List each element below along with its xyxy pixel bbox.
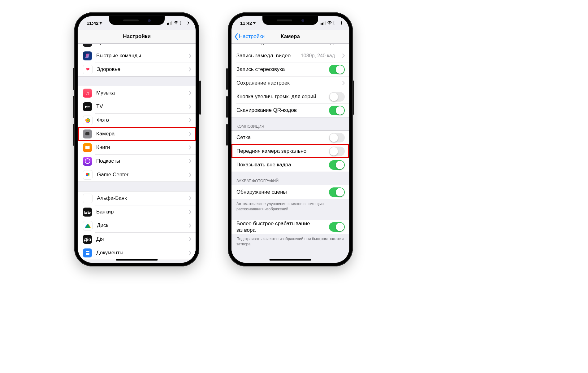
row-label: Фото — [97, 117, 186, 123]
chevron-right-icon — [189, 223, 191, 228]
signal-icon — [321, 21, 326, 25]
row-label: Обнаружение сцены — [236, 189, 326, 195]
home-indicator[interactable] — [270, 259, 311, 261]
notch — [109, 16, 165, 25]
row-mirror-front[interactable]: Передняя камера зеркально — [231, 144, 349, 158]
settings-row-bankir[interactable]: БББанкир — [78, 205, 196, 219]
row-grid[interactable]: Сетка — [231, 131, 349, 144]
section-header: КОМПОЗИЦИЯ — [231, 117, 349, 130]
row-preserve[interactable]: Сохранение настроек — [231, 76, 349, 90]
chevron-right-icon — [189, 237, 191, 241]
settings-row-books[interactable]: Книги — [78, 141, 196, 154]
back-label: Настройки — [239, 33, 265, 40]
settings-row-camera[interactable]: Камера — [78, 127, 196, 141]
toggle-switch[interactable] — [329, 222, 345, 232]
photos-icon — [83, 116, 93, 125]
row-label: Показывать вне кадра — [236, 162, 326, 168]
signal-icon — [167, 21, 172, 25]
settings-group: РулеткаБыстрые командыЗдоровье — [78, 43, 196, 77]
row-label: Подкасты — [96, 158, 186, 164]
health-icon — [83, 65, 93, 74]
row-label: Сохранение настроек — [236, 80, 340, 86]
settings-row-tv[interactable]: TV — [78, 100, 196, 113]
row-label: Диск — [97, 222, 186, 229]
toggle-switch[interactable] — [329, 133, 345, 143]
toggle-switch[interactable] — [329, 106, 345, 115]
docs-icon — [83, 248, 92, 257]
row-label: Альфа-Банк — [97, 195, 186, 201]
chevron-right-icon — [189, 91, 191, 95]
row-scene-detect[interactable]: Обнаружение сцены — [231, 185, 349, 199]
phone-right-screen: 11:42 ➤ Настройки Камера Запись видео4K,… — [231, 16, 349, 263]
chevron-right-icon — [342, 81, 345, 85]
navbar-camera: Настройки Камера — [231, 30, 349, 44]
toggle-switch[interactable] — [329, 147, 345, 156]
row-qr[interactable]: Сканирование QR-кодов — [231, 103, 349, 117]
settings-row-health[interactable]: Здоровье — [78, 63, 196, 76]
row-label: Музыка — [96, 90, 186, 96]
gc-icon — [83, 170, 93, 180]
toggle-switch[interactable] — [329, 65, 345, 74]
tv-icon — [83, 102, 92, 111]
settings-row-podcasts[interactable]: Подкасты — [78, 154, 196, 168]
row-burst-vol[interactable]: Кнопка увелич. громк. для серий — [231, 90, 349, 103]
row-label: Более быстрое срабатывание затвора — [236, 221, 326, 233]
row-stereo[interactable]: Запись стереозвука — [231, 63, 349, 76]
chevron-right-icon — [342, 54, 345, 58]
row-detail: 1080p, 240 кад… — [301, 53, 340, 59]
settings-row-shortcuts[interactable]: Быстрые команды — [78, 49, 196, 63]
camera-icon — [83, 129, 92, 138]
row-faster-shutter[interactable]: Более быстрое срабатывание затвора — [231, 220, 349, 234]
row-label: Банкир — [96, 209, 186, 215]
row-label: Сканирование QR-кодов — [236, 107, 326, 113]
toggle-switch[interactable] — [329, 92, 345, 102]
chevron-right-icon — [189, 196, 191, 200]
chevron-right-icon — [189, 173, 191, 177]
chevron-right-icon — [189, 118, 191, 122]
settings-row-music[interactable]: Музыка — [78, 86, 196, 100]
settings-row-diia[interactable]: ДіяДія — [78, 232, 196, 246]
row-slowmo[interactable]: Запись замедл. видео1080p, 240 кад… — [231, 49, 349, 63]
toggle-switch[interactable] — [329, 187, 345, 197]
settings-group: AАльфа-БанкБББанкирДискДіяДіяДокументы — [78, 191, 196, 260]
row-record-video[interactable]: Запись видео4K, 30 кадр/с — [231, 43, 349, 49]
alfa-icon: A — [83, 194, 93, 203]
podcasts-icon — [83, 157, 92, 166]
section-footer: Подстраивать качество изображений при бы… — [231, 234, 349, 248]
status-time: 11:42 — [87, 20, 98, 26]
chevron-right-icon — [189, 210, 191, 214]
row-outside-frame[interactable]: Показывать вне кадра — [231, 158, 349, 172]
phone-right-frame: 11:42 ➤ Настройки Камера Запись видео4K,… — [228, 12, 353, 266]
phone-left-screen: 11:42 ➤ Настройки РулеткаБыстрые команды… — [78, 16, 196, 263]
chevron-right-icon — [189, 251, 191, 255]
measure-icon — [83, 43, 92, 47]
toggle-switch[interactable] — [329, 160, 345, 170]
settings-row-ruletka[interactable]: Рулетка — [78, 43, 196, 49]
location-icon: ➤ — [253, 20, 257, 25]
location-icon: ➤ — [99, 20, 103, 25]
row-label: Здоровье — [97, 66, 186, 72]
books-icon — [83, 143, 92, 152]
settings-row-gamecenter[interactable]: Game Center — [78, 168, 196, 182]
settings-group: МузыкаTVФотоКамераКнигиПодкастыGame Cent… — [78, 86, 196, 182]
settings-row-drive[interactable]: Диск — [78, 219, 196, 232]
home-indicator[interactable] — [116, 259, 158, 261]
row-label: Запись замедл. видео — [236, 53, 298, 59]
row-label: Запись стереозвука — [236, 66, 326, 72]
back-button[interactable]: Настройки — [234, 30, 265, 43]
wifi-icon — [327, 21, 332, 25]
settings-row-photos[interactable]: Фото — [78, 113, 196, 127]
diia-icon: Дія — [83, 235, 92, 244]
chevron-right-icon — [189, 132, 191, 136]
settings-row-alfabank[interactable]: AАльфа-Банк — [78, 191, 196, 205]
settings-group: СеткаПередняя камера зеркальноПоказывать… — [231, 130, 349, 172]
row-label: Быстрые команды — [96, 53, 186, 59]
settings-group: Более быстрое срабатывание затвора — [231, 220, 349, 234]
phone-left-frame: 11:42 ➤ Настройки РулеткаБыстрые команды… — [74, 12, 199, 266]
chevron-right-icon — [189, 159, 191, 163]
settings-row-docs[interactable]: Документы — [78, 246, 196, 260]
row-label: Game Center — [97, 172, 186, 178]
shortcuts-icon — [83, 51, 92, 60]
row-label: Сетка — [236, 134, 326, 141]
row-label: Дія — [96, 236, 186, 242]
